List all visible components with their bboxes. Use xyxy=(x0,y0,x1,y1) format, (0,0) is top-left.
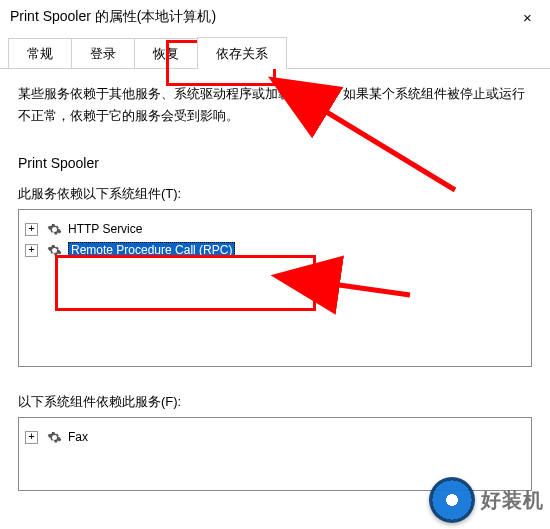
expand-toggle[interactable]: + xyxy=(25,223,38,236)
properties-dialog: Print Spooler 的属性(本地计算机) × 常规 登录 恢复 依存关系… xyxy=(0,0,550,529)
tree-row[interactable]: + HTTP Service xyxy=(25,219,525,239)
tree-item-label[interactable]: Remote Procedure Call (RPC) xyxy=(68,242,235,258)
tree-row[interactable]: + Fax xyxy=(25,427,525,447)
gear-icon xyxy=(46,429,62,445)
watermark-text: 好装机 xyxy=(481,487,544,514)
service-name-label: Print Spooler xyxy=(18,155,532,171)
expand-toggle[interactable]: + xyxy=(25,431,38,444)
tab-general[interactable]: 常规 xyxy=(8,38,72,68)
gear-icon xyxy=(46,242,62,258)
gear-icon xyxy=(46,221,62,237)
window-title: Print Spooler 的属性(本地计算机) xyxy=(10,8,216,26)
depends-on-label: 此服务依赖以下系统组件(T): xyxy=(18,185,532,203)
tab-logon[interactable]: 登录 xyxy=(71,38,135,68)
tree-item-label[interactable]: HTTP Service xyxy=(68,222,142,236)
close-button[interactable]: × xyxy=(505,1,550,33)
tab-dependencies[interactable]: 依存关系 xyxy=(197,37,287,69)
tab-recovery[interactable]: 恢复 xyxy=(134,38,198,68)
tab-strip: 常规 登录 恢复 依存关系 xyxy=(0,38,550,69)
watermark: 好装机 xyxy=(429,477,544,523)
dependents-label: 以下系统组件依赖此服务(F): xyxy=(18,393,532,411)
depends-on-tree[interactable]: + HTTP Service + Remote Procedure Call (… xyxy=(18,209,532,367)
expand-toggle[interactable]: + xyxy=(25,244,38,257)
tab-content: 某些服务依赖于其他服务、系统驱动程序或加载顺序组。如果某个系统组件被停止或运行不… xyxy=(0,69,550,501)
description-text: 某些服务依赖于其他服务、系统驱动程序或加载顺序组。如果某个系统组件被停止或运行不… xyxy=(18,83,532,127)
title-bar: Print Spooler 的属性(本地计算机) × xyxy=(0,0,550,34)
watermark-logo-icon xyxy=(429,477,475,523)
tree-row[interactable]: + Remote Procedure Call (RPC) xyxy=(25,240,525,260)
tree-item-label[interactable]: Fax xyxy=(68,430,88,444)
